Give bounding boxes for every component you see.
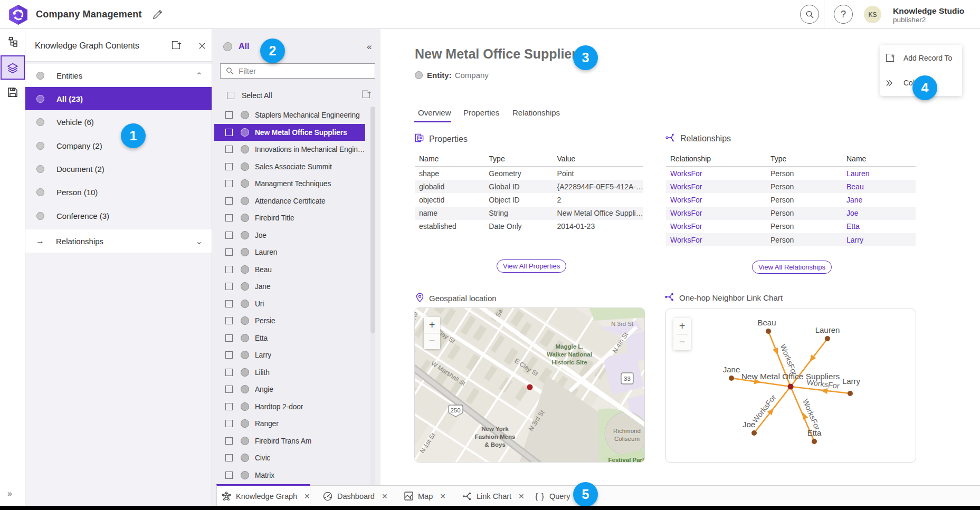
svg-text:+: + [429,319,435,331]
svg-text:Jane: Jane [723,365,740,374]
svg-text:Lauren: Lauren [815,325,840,334]
svg-text:N 3rd St: N 3rd St [611,321,634,327]
svg-text:33: 33 [624,376,631,382]
svg-text:−: − [429,335,435,347]
svg-text:Larry: Larry [842,377,861,386]
svg-text:& Boys: & Boys [484,441,506,448]
svg-text:Coliseum: Coliseum [614,436,640,442]
svg-text:Beau: Beau [757,318,776,327]
svg-text:+: + [679,320,686,332]
svg-text:Joe: Joe [743,420,755,429]
svg-text:−: − [679,336,686,348]
svg-text:250: 250 [450,407,460,413]
svg-text:Walker National: Walker National [547,351,592,358]
svg-text:Fashion Mens: Fashion Mens [475,434,516,440]
svg-text:New York: New York [481,426,509,432]
svg-text:Maggie L.: Maggie L. [555,343,583,350]
svg-text:New Metal Office Suppliers: New Metal Office Suppliers [741,372,840,381]
svg-text:Richmond: Richmond [613,428,641,434]
svg-text:Festival Park: Festival Park [608,457,645,463]
svg-text:Historic Site: Historic Site [551,359,587,365]
svg-text:Etta: Etta [807,428,822,437]
